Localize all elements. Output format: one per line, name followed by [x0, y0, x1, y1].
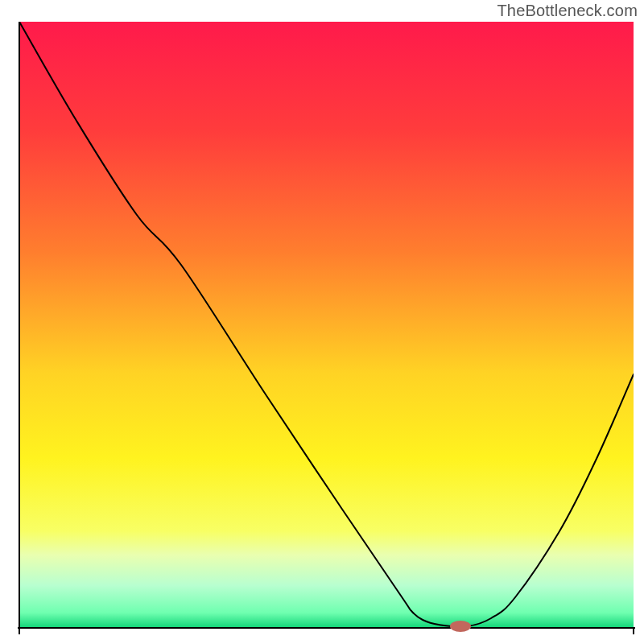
optimum-marker [450, 621, 471, 632]
heatmap-background [19, 22, 634, 628]
plot-svg [0, 0, 644, 644]
watermark-label: TheBottleneck.com [497, 2, 638, 20]
chart-container: TheBottleneck.com [0, 0, 644, 644]
